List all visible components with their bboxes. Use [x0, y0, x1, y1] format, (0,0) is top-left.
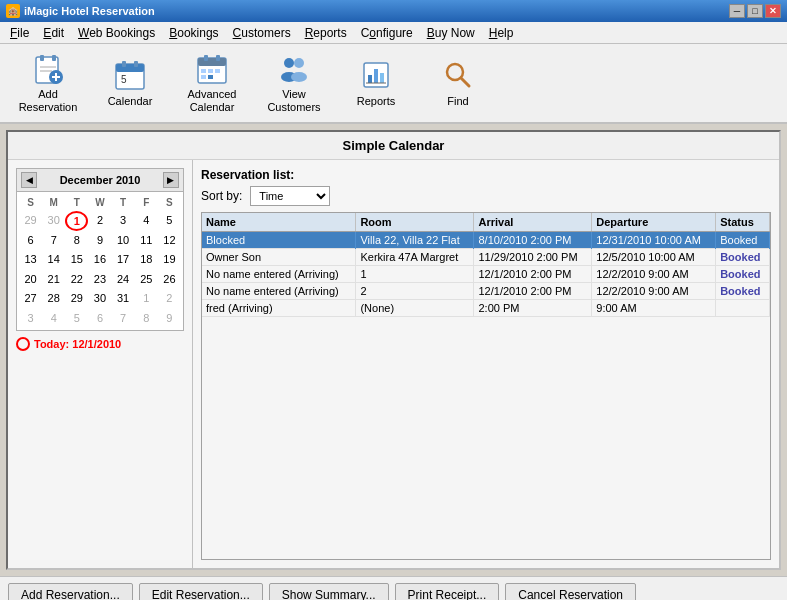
svg-line-32	[461, 78, 469, 86]
left-panel: ◀ December 2010 ▶ S M T W T F S	[8, 160, 193, 568]
cal-day[interactable]: 20	[19, 270, 42, 289]
menu-buy-now[interactable]: Buy Now	[421, 24, 481, 42]
cal-day[interactable]: 2	[158, 289, 181, 308]
cal-day[interactable]: 3	[112, 211, 135, 231]
cal-day[interactable]: 8	[135, 309, 158, 328]
cal-day[interactable]: 21	[42, 270, 65, 289]
calendar-header: ◀ December 2010 ▶	[17, 169, 183, 192]
menu-configure[interactable]: Configure	[355, 24, 419, 42]
cal-day[interactable]: 13	[19, 250, 42, 269]
cal-day[interactable]: 19	[158, 250, 181, 269]
menu-customers[interactable]: Customers	[227, 24, 297, 42]
find-label: Find	[447, 95, 468, 108]
menu-web-bookings[interactable]: Web Bookings	[72, 24, 161, 42]
col-departure: Departure	[592, 213, 716, 232]
cal-day[interactable]: 2	[88, 211, 111, 231]
table-row[interactable]: Owner Son Kerkira 47A Margret 11/29/2010…	[202, 249, 770, 266]
cal-day[interactable]: 31	[112, 289, 135, 308]
today-circle-icon	[16, 337, 30, 351]
cal-day[interactable]: 6	[19, 231, 42, 250]
sort-select[interactable]: Time Name Room Arrival Departure	[250, 186, 330, 206]
cal-day[interactable]: 7	[42, 231, 65, 250]
titlebar-controls[interactable]: ─ □ ✕	[729, 4, 781, 18]
svg-rect-28	[374, 69, 378, 83]
cal-day[interactable]: 15	[65, 250, 88, 269]
toolbar-reports[interactable]: Reports	[336, 47, 416, 119]
cal-day[interactable]: 18	[135, 250, 158, 269]
cal-day[interactable]: 24	[112, 270, 135, 289]
cal-month-year: December 2010	[60, 174, 141, 186]
main-title: Simple Calendar	[8, 132, 779, 160]
table-row[interactable]: No name entered (Arriving) 2 12/1/2010 2…	[202, 283, 770, 300]
cal-day[interactable]: 23	[88, 270, 111, 289]
cal-day[interactable]: 30	[42, 211, 65, 231]
cal-day[interactable]: 12	[158, 231, 181, 250]
cal-day[interactable]: 30	[88, 289, 111, 308]
cell-departure: 12/5/2010 10:00 AM	[592, 249, 716, 266]
cal-day[interactable]: 9	[88, 231, 111, 250]
cell-arrival: 12/1/2010 2:00 PM	[474, 283, 592, 300]
cell-room: 1	[356, 266, 474, 283]
cal-day[interactable]: 5	[65, 309, 88, 328]
cal-day[interactable]: 29	[19, 211, 42, 231]
edit-reservation-button[interactable]: Edit Reservation...	[139, 583, 263, 600]
menu-bookings[interactable]: Bookings	[163, 24, 224, 42]
cell-status: Booked	[716, 283, 770, 300]
show-summary-button[interactable]: Show Summary...	[269, 583, 389, 600]
cell-departure: 9:00 AM	[592, 300, 716, 317]
sort-row: Sort by: Time Name Room Arrival Departur…	[201, 186, 771, 206]
cal-day[interactable]: 6	[88, 309, 111, 328]
toolbar-advanced-calendar[interactable]: Advanced Calendar	[172, 47, 252, 119]
cell-status	[716, 300, 770, 317]
toolbar-view-customers[interactable]: View Customers	[254, 47, 334, 119]
svg-point-25	[291, 72, 307, 82]
menu-reports[interactable]: Reports	[299, 24, 353, 42]
menu-help[interactable]: Help	[483, 24, 520, 42]
cal-day[interactable]: 26	[158, 270, 181, 289]
cal-day[interactable]: 10	[112, 231, 135, 250]
menu-edit[interactable]: Edit	[37, 24, 70, 42]
col-room: Room	[356, 213, 474, 232]
cal-day[interactable]: 9	[158, 309, 181, 328]
cal-next-button[interactable]: ▶	[163, 172, 179, 188]
cal-day[interactable]: 1	[135, 289, 158, 308]
cal-day[interactable]: 11	[135, 231, 158, 250]
cal-day[interactable]: 4	[42, 309, 65, 328]
maximize-button[interactable]: □	[747, 4, 763, 18]
cal-day[interactable]: 4	[135, 211, 158, 231]
cell-room: 2	[356, 283, 474, 300]
cal-day[interactable]: 16	[88, 250, 111, 269]
cal-day[interactable]: 3	[19, 309, 42, 328]
table-row[interactable]: fred (Arriving) (None) 2:00 PM 9:00 AM	[202, 300, 770, 317]
menu-file[interactable]: File	[4, 24, 35, 42]
cal-grid: S M T W T F S 29 30 1 2 3	[17, 192, 183, 330]
add-reservation-button[interactable]: Add Reservation...	[8, 583, 133, 600]
table-row[interactable]: Blocked Villa 22, Villa 22 Flat 8/10/201…	[202, 232, 770, 249]
cal-day[interactable]: 14	[42, 250, 65, 269]
cell-status: Booked	[716, 232, 770, 249]
cal-day-today[interactable]: 1	[65, 211, 88, 231]
col-status: Status	[716, 213, 770, 232]
toolbar-find[interactable]: Find	[418, 47, 498, 119]
cal-day[interactable]: 28	[42, 289, 65, 308]
cal-day[interactable]: 22	[65, 270, 88, 289]
cal-prev-button[interactable]: ◀	[21, 172, 37, 188]
print-receipt-button[interactable]: Print Receipt...	[395, 583, 500, 600]
cancel-reservation-button[interactable]: Cancel Reservation	[505, 583, 636, 600]
reservation-table[interactable]: Name Room Arrival Departure Status Block…	[201, 212, 771, 560]
cal-day[interactable]: 8	[65, 231, 88, 250]
cal-day[interactable]: 17	[112, 250, 135, 269]
toolbar-add-reservation[interactable]: Add Reservation	[8, 47, 88, 119]
close-button[interactable]: ✕	[765, 4, 781, 18]
cal-day[interactable]: 7	[112, 309, 135, 328]
cal-day[interactable]: 5	[158, 211, 181, 231]
cell-name: Owner Son	[202, 249, 356, 266]
svg-text:5: 5	[121, 74, 127, 85]
cal-day[interactable]: 29	[65, 289, 88, 308]
cal-day[interactable]: 27	[19, 289, 42, 308]
table-row[interactable]: No name entered (Arriving) 1 12/1/2010 2…	[202, 266, 770, 283]
minimize-button[interactable]: ─	[729, 4, 745, 18]
toolbar-calendar[interactable]: 5 Calendar	[90, 47, 170, 119]
cal-day[interactable]: 25	[135, 270, 158, 289]
svg-rect-27	[368, 75, 372, 83]
